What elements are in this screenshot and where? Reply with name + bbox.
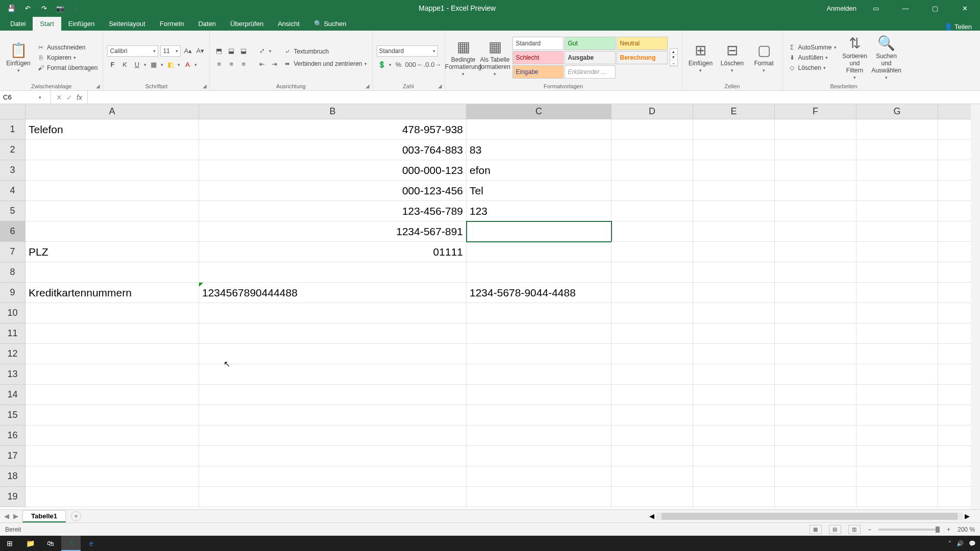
cell[interactable]	[856, 323, 938, 344]
cell[interactable]	[856, 262, 938, 283]
column-header[interactable]: C	[467, 104, 611, 119]
cell[interactable]	[775, 425, 856, 446]
fill-color-icon[interactable]: ◧	[165, 60, 176, 70]
conditional-formatting-button[interactable]: ▦Bedingte Formatierung▾	[449, 33, 478, 82]
cell[interactable]	[467, 323, 611, 344]
currency-icon[interactable]: 💲	[377, 60, 387, 70]
cell[interactable]	[856, 283, 938, 303]
taskbar-explorer-icon[interactable]: 📁	[20, 536, 40, 551]
number-format-combo[interactable]: Standard▾	[377, 45, 438, 57]
column-header[interactable]: E	[693, 104, 775, 119]
sheet-nav-next-icon[interactable]: ▶	[13, 512, 18, 520]
cell[interactable]	[856, 181, 938, 201]
cell[interactable]	[199, 446, 467, 466]
cell[interactable]	[26, 181, 199, 201]
sheet-nav-prev-icon[interactable]: ◀	[4, 512, 9, 520]
row-header[interactable]: 11	[0, 323, 26, 344]
font-name-combo[interactable]: Calibri▾	[107, 45, 158, 57]
cell[interactable]	[467, 344, 611, 364]
cell[interactable]	[775, 283, 856, 303]
cell[interactable]	[856, 119, 938, 140]
align-right-icon[interactable]: ≡	[238, 59, 249, 69]
taskbar-edge-icon[interactable]: e	[82, 536, 101, 551]
cell[interactable]	[856, 446, 938, 466]
tray-notifications-icon[interactable]: 💬	[969, 540, 976, 547]
cell[interactable]	[693, 221, 775, 242]
decrease-font-icon[interactable]: A▾	[195, 46, 205, 56]
view-break-icon[interactable]: ▥	[848, 525, 861, 534]
style-neutral[interactable]: Neutral	[617, 37, 668, 50]
cell[interactable]	[467, 119, 611, 140]
format-as-table-button[interactable]: ▦Als Tabelle formatieren▾	[481, 33, 509, 82]
cell[interactable]	[467, 242, 611, 262]
style-standard[interactable]: Standard	[512, 37, 564, 50]
enter-formula-icon[interactable]: ✓	[66, 93, 72, 102]
wrap-text-button[interactable]: ⤶Textumbruch	[282, 47, 368, 56]
fx-icon[interactable]: fx	[77, 93, 82, 102]
font-size-combo[interactable]: 11▾	[160, 45, 181, 57]
row-header[interactable]: 5	[0, 201, 26, 221]
cell[interactable]	[693, 487, 775, 507]
cell[interactable]: 123-456-789	[199, 201, 467, 221]
cell[interactable]	[611, 344, 693, 364]
cell[interactable]	[775, 385, 856, 405]
cell[interactable]	[611, 425, 693, 446]
cell[interactable]	[467, 385, 611, 405]
cut-button[interactable]: ✂Ausschneiden	[36, 43, 99, 52]
cell[interactable]	[611, 242, 693, 262]
format-cells-button[interactable]: ▢Format▾	[750, 33, 778, 82]
zoom-level[interactable]: 200 %	[958, 526, 975, 533]
zoom-out-icon[interactable]: −	[868, 526, 871, 533]
cell[interactable]	[693, 364, 775, 385]
format-painter-button[interactable]: 🖌Format übertragen	[36, 63, 99, 72]
formula-input[interactable]	[88, 91, 980, 104]
tab-layout[interactable]: Seitenlayout	[102, 17, 153, 31]
row-header[interactable]: 13	[0, 364, 26, 385]
cell[interactable]	[775, 446, 856, 466]
cell[interactable]	[611, 201, 693, 221]
cell[interactable]	[26, 201, 199, 221]
cell[interactable]: 01111	[199, 242, 467, 262]
orientation-icon[interactable]: ⤢	[257, 46, 267, 56]
cell[interactable]: 1234-5678-9044-4488	[467, 283, 611, 303]
decrease-decimal-icon[interactable]: .0→	[430, 60, 440, 70]
cell[interactable]: 478-957-938	[199, 119, 467, 140]
cell[interactable]	[856, 201, 938, 221]
style-gallery-more[interactable]: ▴▾⌄	[670, 48, 678, 66]
cell[interactable]	[775, 344, 856, 364]
cell[interactable]	[199, 466, 467, 487]
zoom-in-icon[interactable]: +	[947, 526, 950, 533]
cell[interactable]	[467, 425, 611, 446]
cell[interactable]	[856, 344, 938, 364]
cell[interactable]	[856, 385, 938, 405]
row-header[interactable]: 19	[0, 487, 26, 507]
style-ausgabe[interactable]: Ausgabe	[565, 51, 616, 64]
clipboard-launcher-icon[interactable]: ◢	[94, 82, 102, 89]
cell[interactable]	[26, 160, 199, 181]
cell[interactable]	[467, 303, 611, 323]
cell[interactable]	[26, 221, 199, 242]
row-header[interactable]: 7	[0, 242, 26, 262]
cell[interactable]	[26, 303, 199, 323]
row-header[interactable]: 4	[0, 181, 26, 201]
cell[interactable]	[693, 405, 775, 425]
cell[interactable]	[856, 303, 938, 323]
style-eingabe[interactable]: Eingabe	[512, 65, 564, 79]
maximize-icon[interactable]: ▢	[925, 1, 945, 16]
cell[interactable]	[611, 466, 693, 487]
cell[interactable]	[856, 466, 938, 487]
qat-dropdown-icon[interactable]: ▾	[70, 2, 83, 14]
cell[interactable]	[199, 303, 467, 323]
cell[interactable]	[693, 160, 775, 181]
hscroll-right-icon[interactable]: ▶	[965, 512, 970, 520]
cell[interactable]: 83	[467, 140, 611, 160]
minimize-icon[interactable]: —	[895, 1, 916, 16]
indent-increase-icon[interactable]: ⇥	[269, 59, 279, 69]
cell[interactable]	[856, 405, 938, 425]
cell[interactable]	[611, 262, 693, 283]
cell[interactable]	[199, 425, 467, 446]
save-icon[interactable]: 💾	[5, 2, 17, 14]
paste-button[interactable]: 📋 Einfügen ▾	[4, 33, 33, 82]
cell[interactable]	[693, 466, 775, 487]
cell[interactable]	[26, 466, 199, 487]
